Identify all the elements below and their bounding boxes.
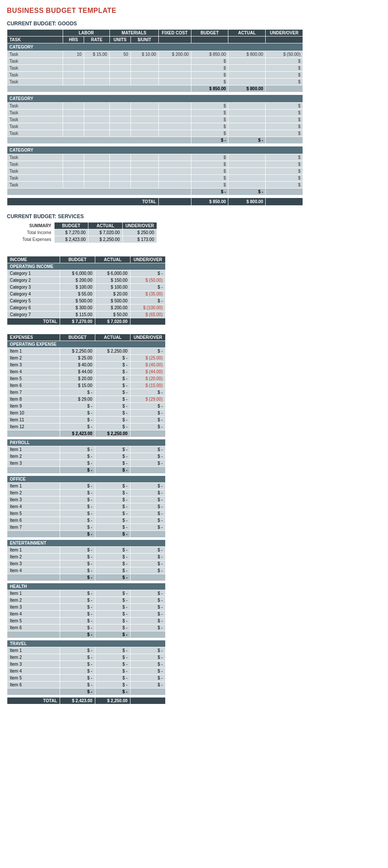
expense-item-label: Item 6	[7, 624, 60, 631]
expense-item-under: $ -	[130, 567, 166, 574]
expenses-header-row: EXPENSES BUDGET ACTUAL UNDER/OVER	[7, 334, 166, 341]
expense-subtotal-budget: $ -	[60, 467, 95, 474]
subtotal-budget: $ -	[191, 189, 228, 195]
task-units	[109, 65, 130, 72]
task-actual	[228, 116, 266, 123]
task-actual	[228, 130, 266, 137]
expense-item-budget: $ -	[60, 668, 95, 675]
expense-group-header: OFFICE	[7, 476, 166, 483]
expense-item-under: $ -	[130, 410, 166, 417]
goods-category-row: CATEGORY	[7, 43, 303, 51]
income-table: INCOME BUDGET ACTUAL UNDER/OVER OPERATIN…	[7, 256, 166, 325]
expense-row: Item 10 $ - $ - $ -	[7, 410, 166, 417]
expense-item-actual: $ -	[95, 483, 130, 490]
expense-group-label: PAYROLL	[7, 439, 166, 446]
col-task-head	[7, 30, 63, 37]
expense-row: Item 5 $ 20.00 $ - $ (20.00)	[7, 375, 166, 382]
expense-item-under: $ (29.00)	[130, 396, 166, 403]
expense-row: Item 4 $ - $ - $ -	[7, 668, 166, 675]
expense-item-budget: $ 29.00	[60, 396, 95, 403]
task-label: Task	[7, 79, 63, 85]
income-row-under: $ (35.00)	[130, 291, 166, 298]
income-row-actual: $ 100.00	[95, 284, 130, 291]
expense-item-under: $ -	[130, 654, 166, 661]
task-rate	[84, 79, 110, 85]
goods-total-row: TOTAL $ 850.00 $ 800.00	[7, 198, 303, 206]
goods-header-row2: TASK HRS RATE UNITS $/UNIT	[7, 37, 303, 43]
col-fixed-sub	[158, 37, 191, 43]
expense-item-label: Item 3	[7, 460, 60, 467]
task-under: $	[266, 116, 303, 123]
expense-group-header: ENTERTAINMENT	[7, 540, 166, 547]
goods-table: LABOR MATERIALS FIXED COST BUDGET ACTUAL…	[7, 29, 303, 206]
task-under: $	[266, 110, 303, 116]
expense-item-budget: $ -	[60, 590, 95, 597]
income-row: Category 4 $ 55.00 $ 20.00 $ (35.00)	[7, 291, 166, 298]
col-materials-head: MATERIALS	[109, 30, 158, 37]
income-row-budget: $ 115.00	[60, 311, 95, 318]
expense-group-label: HEALTH	[7, 583, 166, 590]
task-hrs	[63, 161, 84, 168]
subtotal-spacer	[7, 189, 191, 195]
expense-item-budget: $ -	[60, 453, 95, 460]
expense-subtotal-under	[130, 430, 166, 437]
col-actual-head: ACTUAL	[228, 30, 266, 37]
expense-item-under: $ -	[130, 389, 166, 396]
task-fixed: $ 200.00	[158, 51, 191, 58]
task-fixed	[158, 79, 191, 85]
task-budget: $	[191, 103, 228, 110]
expenses-total-under	[130, 697, 166, 704]
task-hrs	[63, 110, 84, 116]
goods-task-row: Task $ $	[7, 72, 303, 79]
expense-item-under: $ -	[130, 675, 166, 682]
expense-subtotal-actual: $ -	[95, 688, 130, 695]
summary-table: SUMMARY BUDGET ACTUAL UNDER/OVER Total I…	[7, 222, 157, 243]
col-under-sub	[266, 37, 303, 43]
income-row-actual: $ 150.00	[95, 277, 130, 284]
summary-row-budget: $ 7,270.00	[54, 229, 88, 236]
expense-item-actual: $ -	[95, 403, 130, 410]
expense-subtotal-budget: $ 2,423.00	[60, 430, 95, 437]
task-under: $	[266, 123, 303, 130]
task-label: Task	[7, 175, 63, 182]
expense-item-under: $ -	[130, 554, 166, 560]
expense-row: Item 2 $ 25.00 $ - $ (25.00)	[7, 355, 166, 362]
expense-item-label: Item 3	[7, 560, 60, 567]
task-hrs	[63, 154, 84, 161]
expense-item-label: Item 1	[7, 547, 60, 554]
task-label: Task	[7, 154, 63, 161]
subtotal-actual: $ -	[228, 189, 266, 195]
expense-row: Item 1 $ - $ - $ -	[7, 483, 166, 490]
task-hrs	[63, 116, 84, 123]
task-unitcost	[130, 65, 158, 72]
task-fixed	[158, 103, 191, 110]
income-row-label: Category 4	[7, 291, 60, 298]
goods-task-row: Task $ $	[7, 123, 303, 130]
task-units	[109, 103, 130, 110]
income-col-label: INCOME	[7, 256, 60, 263]
expense-row: Item 9 $ - $ - $ -	[7, 403, 166, 410]
expense-subtotal-row: $ - $ -	[7, 688, 166, 695]
task-unitcost	[130, 130, 158, 137]
page-title: BUSINESS BUDGET TEMPLATE	[7, 7, 381, 15]
col-hrs-sub: HRS	[63, 37, 84, 43]
expense-item-under: $ -	[130, 668, 166, 675]
income-row-label: Category 5	[7, 298, 60, 305]
task-under: $	[266, 65, 303, 72]
expense-item-label: Item 4	[7, 567, 60, 574]
summary-row-actual: $ 2,250.00	[88, 236, 123, 243]
summary-header-row: SUMMARY BUDGET ACTUAL UNDER/OVER	[7, 222, 157, 229]
expense-item-actual: $ -	[95, 389, 130, 396]
expense-subtotal-row: $ 2,423.00 $ 2,250.00	[7, 430, 166, 437]
col-under-head: UNDER/OVER	[266, 30, 303, 37]
income-row-under: $ -	[130, 298, 166, 305]
task-rate	[84, 110, 110, 116]
task-actual	[228, 168, 266, 175]
expense-subtotal-row: $ - $ -	[7, 467, 166, 474]
expense-item-label: Item 1	[7, 647, 60, 654]
income-row-under: $ (100.00)	[130, 305, 166, 311]
income-row-label: Category 2	[7, 277, 60, 284]
expense-item-actual: $ -	[95, 355, 130, 362]
income-row: Category 6 $ 300.00 $ 200.00 $ (100.00)	[7, 305, 166, 311]
expense-item-under: $ -	[130, 403, 166, 410]
